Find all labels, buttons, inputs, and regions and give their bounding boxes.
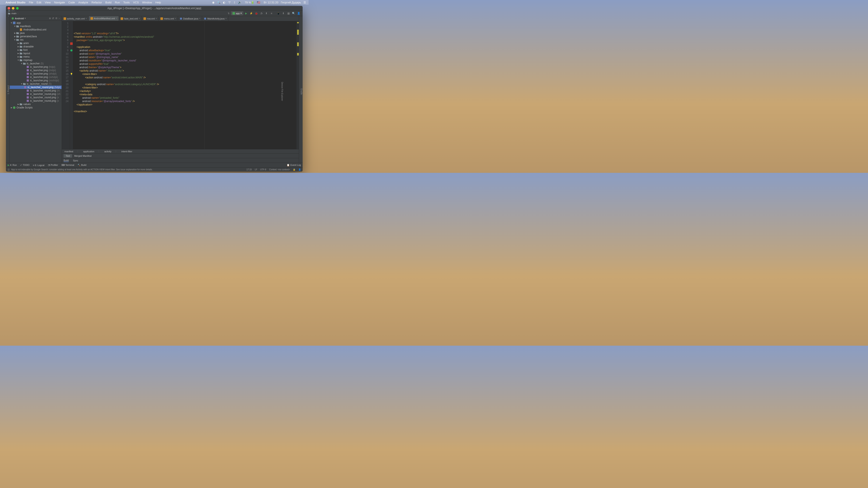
build-tool-button[interactable]: 🔨 Build [78, 164, 87, 166]
warning-marker[interactable] [297, 53, 299, 56]
lock-icon[interactable]: 🔒 [293, 168, 296, 171]
run-button[interactable]: ▶ [244, 11, 248, 16]
tree-item-ic_launcher-png[interactable]: ic_launcher.png(xxxhdpi) [10, 79, 62, 82]
close-tab-icon[interactable]: × [139, 18, 140, 20]
menu-code[interactable]: Code [68, 1, 75, 4]
tree-item-ic_launcher_round-png[interactable]: ic_launcher_round.png(hdpi) [10, 86, 62, 89]
input-flag-icon[interactable]: 🇺🇸 [257, 1, 260, 4]
close-tab-icon[interactable]: × [199, 18, 200, 20]
tree-item-ic_launcher-png[interactable]: ic_launcher.png(hdpi) [10, 65, 62, 69]
target-icon[interactable]: ⊕ [49, 17, 51, 20]
editor-tab-row-xml[interactable]: row.xml× [142, 16, 159, 21]
close-tab-icon[interactable]: × [116, 17, 117, 20]
avd-manager-icon[interactable]: 📱 [276, 11, 281, 16]
editor-breadcrumb-item[interactable]: intent-filter [121, 150, 132, 153]
tree-item-menu[interactable]: menu [10, 55, 62, 59]
profiler-tool-button[interactable]: ◔ Profiler [48, 164, 58, 166]
sync-project-icon[interactable]: ↯ [226, 11, 231, 16]
tree-item-generatedJava[interactable]: generatedJava [10, 35, 62, 38]
editor-breadcrumb[interactable]: manifest〉application〉activity〉intent-fil… [62, 149, 299, 153]
tree-item-drawable[interactable]: drawable [10, 45, 62, 48]
menu-view[interactable]: View [45, 1, 51, 4]
stop-button[interactable]: ■ [269, 11, 274, 16]
project-structure-icon[interactable]: ▦ [286, 11, 291, 16]
cursor-position[interactable]: 17:15 [246, 168, 252, 171]
user-icon[interactable]: 👤 [296, 11, 301, 16]
sync-tab[interactable]: Sync [73, 159, 78, 162]
close-tab-icon[interactable]: × [225, 18, 227, 20]
close-tab-icon[interactable]: × [175, 18, 176, 20]
file-encoding[interactable]: UTF-8 [260, 168, 266, 171]
tree-item-java[interactable]: java [10, 31, 62, 35]
project-tree[interactable]: appmanifestsAndroidManifest.xmljavagener… [10, 21, 62, 163]
dropdown-icon[interactable]: ▾ [25, 17, 26, 20]
run-target-select[interactable]: app▾ [231, 11, 243, 15]
build-tab[interactable]: Build [64, 159, 69, 162]
editor-tab-AndroidManifest-xml[interactable]: AndroidManifest.xml× [89, 16, 119, 21]
siri-icon[interactable]: ◐ [223, 1, 225, 4]
user[interactable]: Георгий Дударь [281, 1, 301, 4]
event-log-button[interactable]: 📋 Event Log [287, 164, 301, 166]
project-tool-tab[interactable]: 1: Project [7, 84, 9, 96]
collapse-all-icon[interactable]: ⇵ [52, 17, 54, 20]
menu-file[interactable]: File [29, 1, 33, 4]
menu-build[interactable]: Build [105, 1, 112, 4]
close-window-button[interactable] [8, 7, 10, 9]
search-everywhere-icon[interactable]: 🔍 [291, 11, 296, 16]
editor-tab-MainActivity-java[interactable]: MainActivity.java× [202, 16, 228, 21]
editor-breadcrumb-item[interactable]: manifest [64, 150, 73, 153]
tree-item-ic_launcher-png[interactable]: ic_launcher.png(mdpi) [10, 69, 62, 72]
tree-item-values[interactable]: values [10, 102, 62, 106]
minimize-window-button[interactable] [12, 7, 14, 9]
editor-tab-activity_main-xml[interactable]: activity_main.xml× [62, 16, 89, 21]
terminal-tool-button[interactable]: ⌨ Terminal [61, 164, 74, 166]
wifi-icon[interactable] [228, 1, 231, 4]
menu-refactor[interactable]: Refactor [92, 1, 102, 4]
tree-item-AndroidManifest-xml[interactable]: AndroidManifest.xml [10, 28, 62, 31]
run-tool-button[interactable]: ▶ 4: Run [8, 164, 17, 166]
tree-item-ic_launcher_round-png[interactable]: ic_launcher_round.png(x [10, 96, 62, 99]
attach-debugger-icon[interactable]: ⬇ [264, 11, 269, 16]
gear-icon[interactable]: ⚙ [55, 17, 57, 20]
record-icon[interactable]: ◉ [212, 1, 214, 4]
hide-panel-icon[interactable]: − [59, 17, 60, 20]
tree-item-ic_launcher-png[interactable]: ic_launcher.png(xhdpi) [10, 72, 62, 75]
breadcrumb-item[interactable]: main〉 [8, 12, 32, 15]
tree-item-ic_launcher-png[interactable]: ic_launcher.png(xxhdpi) [10, 75, 62, 79]
editor-tab-DataBase-java[interactable]: DataBase.java× [178, 16, 202, 21]
volume-icon[interactable]: 🔊 [238, 1, 241, 4]
tree-item-app[interactable]: app [10, 21, 62, 25]
close-tab-icon[interactable]: × [86, 18, 87, 20]
editor-tab-fade_text-xml[interactable]: fade_text.xml× [119, 16, 142, 21]
clock[interactable]: Вт 12:31:20 [263, 1, 278, 4]
apply-changes-icon[interactable]: ⚡ [249, 11, 253, 16]
editor-breadcrumb-item[interactable]: activity [104, 150, 112, 153]
menu-window[interactable]: Window [142, 1, 152, 4]
tree-item-layout[interactable]: layout [10, 52, 62, 55]
menu-help[interactable]: Help [155, 1, 161, 4]
debug-button[interactable]: 🐞 [254, 11, 258, 16]
line-separator[interactable]: LF [255, 168, 257, 171]
tree-item-manifests[interactable]: manifests [10, 25, 62, 28]
merged-manifest-tab[interactable]: Merged Manifest [72, 154, 94, 158]
tree-item-res[interactable]: res [10, 38, 62, 41]
warning-marker[interactable] [297, 42, 299, 46]
code-content[interactable]: <?xml version="1.0" encoding="utf-8"?><m… [73, 21, 296, 149]
zoom-window-button[interactable] [16, 7, 19, 9]
warning-marker[interactable] [297, 30, 299, 35]
code-editor[interactable]: 123456789101112131415161718192021222324 … [62, 21, 299, 149]
menu-tools[interactable]: Tools [123, 1, 130, 4]
context[interactable]: Context: <no context> [269, 168, 290, 171]
battery[interactable]: 79 % 🔋 [244, 1, 254, 4]
gradle-tool-tab[interactable]: Gradle [300, 88, 303, 95]
tree-item-Gradle-Scripts[interactable]: Gradle Scripts [10, 106, 62, 109]
project-view-mode[interactable]: Android [15, 17, 24, 20]
menu-navigate[interactable]: Navigate [54, 1, 65, 4]
tree-item-ic_launcher_round-png[interactable]: ic_launcher_round.png(m [10, 89, 62, 92]
spotlight-icon[interactable]: 🔍 [217, 1, 220, 4]
menu-run[interactable]: Run [115, 1, 120, 4]
hector-icon[interactable]: 👤 [299, 168, 301, 171]
tree-item-mipmap[interactable]: mipmap [10, 59, 62, 62]
tree-item-font[interactable]: font [10, 48, 62, 52]
logcat-tool-button[interactable]: ≡ 6: Logcat [33, 164, 44, 166]
